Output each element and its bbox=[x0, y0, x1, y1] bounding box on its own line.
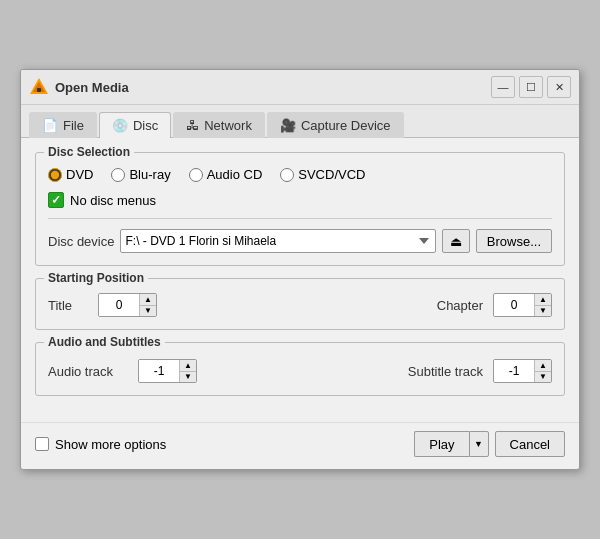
tab-disc[interactable]: 💿 Disc bbox=[99, 112, 171, 138]
radio-bluray-label: Blu-ray bbox=[129, 167, 170, 182]
tab-disc-label: Disc bbox=[133, 118, 158, 133]
disc-selection-label: Disc Selection bbox=[44, 145, 134, 159]
subtitle-spinner-input[interactable] bbox=[494, 360, 534, 382]
tab-file[interactable]: 📄 File bbox=[29, 112, 97, 138]
title-bar: Open Media — ☐ ✕ bbox=[21, 70, 579, 105]
chapter-spinner-buttons: ▲ ▼ bbox=[534, 294, 551, 316]
radio-dvd[interactable]: DVD bbox=[48, 167, 93, 182]
radio-bluray[interactable]: Blu-ray bbox=[111, 167, 170, 182]
chapter-label: Chapter bbox=[437, 298, 483, 313]
no-disc-menus-label: No disc menus bbox=[70, 193, 156, 208]
show-more-checkbox[interactable] bbox=[35, 437, 49, 451]
content-area: Disc Selection DVD Blu-ray Audio CD SV bbox=[21, 138, 579, 418]
subtitle-group: Subtitle track ▲ ▼ bbox=[408, 359, 552, 383]
audio-subtitle-row: Audio track ▲ ▼ Subtitle track ▲ ▼ bbox=[48, 359, 552, 383]
chapter-group: Chapter ▲ ▼ bbox=[437, 293, 552, 317]
eject-icon: ⏏ bbox=[450, 234, 462, 249]
radio-audiocd[interactable]: Audio CD bbox=[189, 167, 263, 182]
subtitle-spinner-down[interactable]: ▼ bbox=[535, 371, 551, 382]
checkmark-icon: ✓ bbox=[51, 194, 61, 206]
radio-svcd-input[interactable] bbox=[280, 168, 294, 182]
starting-position-label: Starting Position bbox=[44, 271, 148, 285]
tab-network[interactable]: 🖧 Network bbox=[173, 112, 265, 138]
title-spinner-input[interactable] bbox=[99, 294, 139, 316]
tab-capture-label: Capture Device bbox=[301, 118, 391, 133]
title-buttons: — ☐ ✕ bbox=[491, 76, 571, 98]
tab-file-label: File bbox=[63, 118, 84, 133]
subtitle-spinner: ▲ ▼ bbox=[493, 359, 552, 383]
vlc-icon bbox=[29, 77, 49, 97]
chapter-spinner-input[interactable] bbox=[494, 294, 534, 316]
radio-dvd-input[interactable] bbox=[48, 168, 62, 182]
bottom-bar: Show more options Play ▼ Cancel bbox=[21, 422, 579, 469]
bottom-right-buttons: Play ▼ Cancel bbox=[414, 431, 565, 457]
radio-dvd-label: DVD bbox=[66, 167, 93, 182]
audio-subtitles-group: Audio and Subtitles Audio track ▲ ▼ Subt… bbox=[35, 342, 565, 396]
title-label: Title bbox=[48, 298, 88, 313]
browse-button[interactable]: Browse... bbox=[476, 229, 552, 253]
device-row: Disc device F:\ - DVD 1 Florin si Mihael… bbox=[48, 229, 552, 253]
audio-spinner: ▲ ▼ bbox=[138, 359, 197, 383]
radio-audiocd-label: Audio CD bbox=[207, 167, 263, 182]
radio-svcd[interactable]: SVCD/VCD bbox=[280, 167, 365, 182]
audio-track-label: Audio track bbox=[48, 364, 128, 379]
cancel-button[interactable]: Cancel bbox=[495, 431, 565, 457]
play-button-group: Play ▼ bbox=[414, 431, 488, 457]
audio-spinner-up[interactable]: ▲ bbox=[180, 360, 196, 371]
disc-type-radio-group: DVD Blu-ray Audio CD SVCD/VCD bbox=[48, 167, 552, 182]
radio-svcd-label: SVCD/VCD bbox=[298, 167, 365, 182]
open-media-window: Open Media — ☐ ✕ 📄 File 💿 Disc 🖧 Network… bbox=[20, 69, 580, 470]
subtitle-track-label: Subtitle track bbox=[408, 364, 483, 379]
chapter-spinner-up[interactable]: ▲ bbox=[535, 294, 551, 305]
eject-button[interactable]: ⏏ bbox=[442, 229, 470, 253]
tab-network-label: Network bbox=[204, 118, 252, 133]
minimize-button[interactable]: — bbox=[491, 76, 515, 98]
title-left: Open Media bbox=[29, 77, 129, 97]
audio-spinner-input[interactable] bbox=[139, 360, 179, 382]
maximize-button[interactable]: ☐ bbox=[519, 76, 543, 98]
radio-bluray-input[interactable] bbox=[111, 168, 125, 182]
svg-rect-2 bbox=[37, 88, 41, 92]
chapter-spinner: ▲ ▼ bbox=[493, 293, 552, 317]
no-disc-menus-checkbox[interactable]: ✓ bbox=[48, 192, 64, 208]
close-button[interactable]: ✕ bbox=[547, 76, 571, 98]
title-spinner-buttons: ▲ ▼ bbox=[139, 294, 156, 316]
file-tab-icon: 📄 bbox=[42, 118, 58, 133]
disc-selection-group: Disc Selection DVD Blu-ray Audio CD SV bbox=[35, 152, 565, 266]
title-spinner-down[interactable]: ▼ bbox=[140, 305, 156, 316]
tab-bar: 📄 File 💿 Disc 🖧 Network 🎥 Capture Device bbox=[21, 105, 579, 138]
play-dropdown-icon: ▼ bbox=[474, 439, 483, 449]
no-disc-menus-row: ✓ No disc menus bbox=[48, 192, 552, 208]
disc-tab-icon: 💿 bbox=[112, 118, 128, 133]
audio-spinner-down[interactable]: ▼ bbox=[180, 371, 196, 382]
chapter-spinner-down[interactable]: ▼ bbox=[535, 305, 551, 316]
subtitle-spinner-up[interactable]: ▲ bbox=[535, 360, 551, 371]
play-button[interactable]: Play bbox=[414, 431, 468, 457]
position-row: Title ▲ ▼ Chapter ▲ ▼ bbox=[48, 293, 552, 317]
show-more-label: Show more options bbox=[55, 437, 166, 452]
window-title: Open Media bbox=[55, 80, 129, 95]
device-label: Disc device bbox=[48, 234, 114, 249]
title-spinner: ▲ ▼ bbox=[98, 293, 157, 317]
title-spinner-up[interactable]: ▲ bbox=[140, 294, 156, 305]
radio-audiocd-input[interactable] bbox=[189, 168, 203, 182]
play-dropdown-button[interactable]: ▼ bbox=[469, 431, 489, 457]
tab-capture[interactable]: 🎥 Capture Device bbox=[267, 112, 404, 138]
capture-tab-icon: 🎥 bbox=[280, 118, 296, 133]
show-more-options[interactable]: Show more options bbox=[35, 437, 166, 452]
subtitle-spinner-buttons: ▲ ▼ bbox=[534, 360, 551, 382]
network-tab-icon: 🖧 bbox=[186, 118, 199, 133]
audio-spinner-buttons: ▲ ▼ bbox=[179, 360, 196, 382]
audio-subtitles-label: Audio and Subtitles bbox=[44, 335, 165, 349]
divider bbox=[48, 218, 552, 219]
device-select[interactable]: F:\ - DVD 1 Florin si Mihaela bbox=[120, 229, 435, 253]
starting-position-group: Starting Position Title ▲ ▼ Chapter ▲ bbox=[35, 278, 565, 330]
